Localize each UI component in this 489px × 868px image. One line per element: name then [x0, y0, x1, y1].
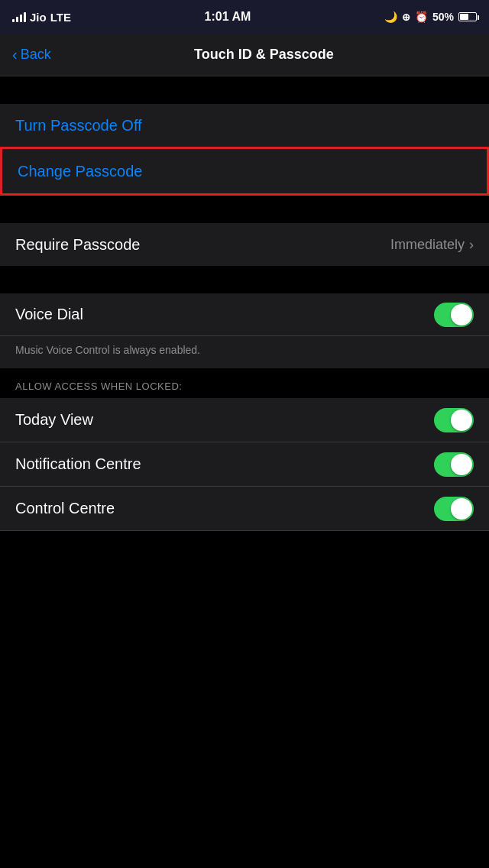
change-passcode-label: Change Passcode [18, 163, 142, 180]
mid-spacer [0, 196, 489, 223]
passcode-group: Turn Passcode Off [0, 104, 489, 147]
notification-centre-toggle[interactable] [434, 452, 474, 477]
nav-bar: ‹ Back Touch ID & Passcode [0, 34, 489, 76]
status-right: 🌙 ⊕ ⏰ 50% [384, 11, 477, 23]
allow-access-header: ALLOW ACCESS WHEN LOCKED: [0, 368, 489, 398]
back-label: Back [21, 47, 51, 63]
require-passcode-group: Require Passcode Immediately › [0, 223, 489, 266]
today-view-toggle[interactable] [434, 408, 474, 432]
back-button[interactable]: ‹ Back [12, 46, 51, 63]
require-value: Immediately [390, 237, 465, 253]
today-view-row: Today View [0, 398, 489, 442]
spacer2 [0, 266, 489, 293]
chevron-right-icon: › [469, 237, 474, 253]
require-passcode-label: Require Passcode [15, 236, 140, 254]
voice-dial-label: Voice Dial [15, 306, 83, 323]
toggle-knob [451, 304, 472, 326]
time-label: 1:01 AM [205, 10, 251, 24]
control-centre-toggle[interactable] [434, 497, 474, 521]
carrier-label: Jio [30, 11, 47, 24]
require-right: Immediately › [390, 237, 474, 253]
control-centre-label: Control Centre [15, 500, 115, 517]
voice-dial-row: Voice Dial [0, 293, 489, 336]
turn-passcode-off-row[interactable]: Turn Passcode Off [0, 104, 489, 147]
turn-passcode-off-label: Turn Passcode Off [15, 117, 142, 134]
battery-icon [458, 12, 477, 21]
allow-access-group: Today View Notification Centre Control C… [0, 398, 489, 531]
require-passcode-row[interactable]: Require Passcode Immediately › [0, 223, 489, 266]
today-view-label: Today View [15, 411, 93, 429]
back-chevron-icon: ‹ [12, 46, 18, 63]
voice-dial-group: Voice Dial Music Voice Control is always… [0, 293, 489, 368]
change-passcode-row[interactable]: Change Passcode [0, 147, 489, 196]
today-toggle-knob [451, 410, 472, 431]
network-label: LTE [50, 11, 71, 24]
moon-icon: 🌙 [384, 11, 397, 23]
notification-centre-label: Notification Centre [15, 455, 141, 473]
page-title: Touch ID & Passcode [51, 47, 477, 63]
top-spacer [0, 76, 489, 104]
status-left: Jio LTE [12, 11, 71, 24]
status-bar: Jio LTE 1:01 AM 🌙 ⊕ ⏰ 50% [0, 0, 489, 34]
music-note-text: Music Voice Control is always enabled. [0, 336, 489, 368]
lock-icon: ⊕ [402, 11, 410, 23]
control-centre-row: Control Centre [0, 487, 489, 531]
alarm-icon: ⏰ [415, 11, 428, 23]
signal-bars [12, 11, 26, 22]
notification-toggle-knob [451, 454, 472, 475]
notification-centre-row: Notification Centre [0, 442, 489, 487]
battery-label: 50% [432, 11, 454, 23]
control-toggle-knob [451, 498, 472, 520]
voice-dial-toggle[interactable] [434, 303, 474, 327]
